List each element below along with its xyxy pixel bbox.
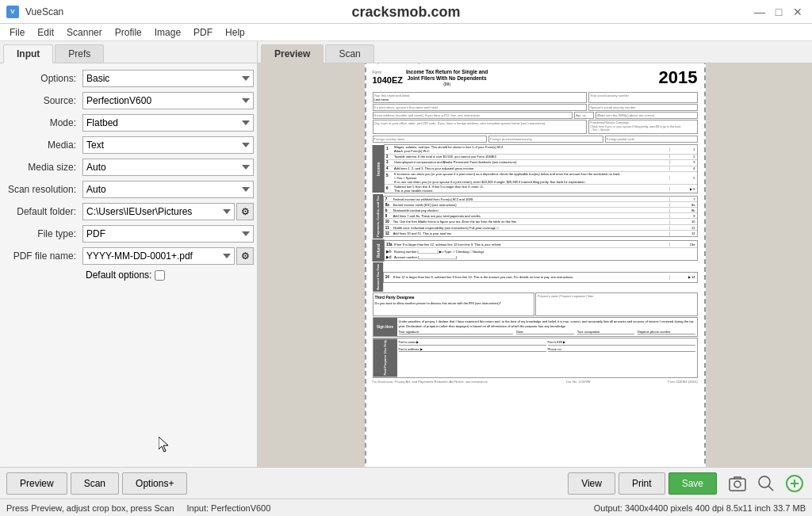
form-number: 1040EZ	[373, 75, 404, 86]
media-row: Media: Text	[3, 136, 254, 154]
preview-area: Department of the Treasury—Internal Reve…	[258, 63, 812, 467]
options-row: Options: Basic Advanced	[3, 70, 254, 87]
media-select[interactable]: Text	[82, 136, 254, 154]
title-bar: V VueScan cracksmob.com — □ ✕	[0, 0, 812, 24]
menu-image[interactable]: Image	[148, 25, 187, 40]
mode-select[interactable]: Flatbed	[82, 114, 254, 132]
title-controls: — □ ✕	[752, 4, 806, 20]
menu-help[interactable]: Help	[219, 25, 251, 40]
file-type-select[interactable]: PDF	[82, 225, 254, 243]
save-button[interactable]: Save	[668, 472, 717, 495]
print-button[interactable]: Print	[619, 472, 665, 495]
file-type-label: File type:	[3, 228, 82, 239]
main-content: Input Prefs Options: Basic Advanced Sour…	[0, 41, 812, 467]
default-folder-browse-button[interactable]: ⚙	[236, 203, 254, 220]
menu-profile[interactable]: Profile	[109, 25, 148, 40]
pdf-file-name-browse-button[interactable]: ⚙	[236, 247, 254, 265]
preparer-address-line: Firm's address ▶	[399, 347, 546, 352]
options-select[interactable]: Basic Advanced	[82, 70, 254, 87]
default-folder-group: C:\Users\IEUser\Pictures ⚙	[82, 203, 254, 220]
tax-year: 2015	[659, 67, 698, 90]
options-label: Options:	[3, 73, 82, 84]
form-subtitle: Joint Filers With No Dependents	[406, 75, 488, 82]
tax-form: Department of the Treasury—Internal Reve…	[370, 63, 701, 467]
refund-section-label: Refund	[373, 239, 385, 262]
income-section-label: Income	[373, 145, 385, 193]
camera-icon[interactable]	[726, 472, 749, 495]
source-row: Source: PerfectionV600	[3, 92, 254, 109]
tab-scan[interactable]: Scan	[325, 44, 373, 63]
tab-preview[interactable]: Preview	[261, 44, 324, 63]
city-label: City, town or post office, state, and ZI…	[374, 121, 586, 125]
preparer-header: Preparer's name | Preparer's signature |…	[538, 295, 695, 299]
scan-resolution-label: Scan resolution:	[3, 184, 82, 195]
source-select[interactable]: PerfectionV600	[82, 92, 254, 109]
file-type-row: File type: PDF	[3, 225, 254, 243]
scan-resolution-row: Scan resolution: Auto	[3, 181, 254, 198]
preparer-name-line: Firm's name ▶	[399, 340, 546, 345]
status-bar: Press Preview, adjust crop box, press Sc…	[0, 499, 812, 516]
title-bar-title: VueScan	[25, 6, 63, 17]
minimize-button[interactable]: —	[752, 4, 768, 20]
address-label: Home address (number and street). If you…	[374, 113, 572, 117]
form-footer-number: Form 1040EZ (2015)	[668, 380, 697, 384]
scan-resolution-select[interactable]: Auto	[82, 181, 254, 198]
svg-point-1	[734, 481, 741, 487]
menu-pdf[interactable]: PDF	[187, 25, 219, 40]
form-content: Options: Basic Advanced Source: Perfecti…	[0, 63, 257, 467]
form-omb: OMB No. 1345-0074	[661, 63, 698, 64]
menu-file[interactable]: File	[3, 25, 31, 40]
default-folder-label: Default folder:	[3, 206, 82, 217]
preview-button[interactable]: Preview	[6, 472, 67, 495]
panel-tabs: Input Prefs	[0, 41, 257, 63]
preview-tabs: Preview Scan	[258, 41, 812, 63]
preparer-phone-line: Phone no.	[548, 347, 695, 352]
amount-owe-section-label: Amount You Owe	[373, 262, 383, 292]
form-footer-catalog: Cat. No. 11329W	[566, 380, 591, 384]
add-icon[interactable]	[783, 472, 806, 495]
media-label: Media:	[3, 140, 82, 151]
form-year-label: (99)	[406, 82, 488, 87]
form-title: Income Tax Return for Single and	[406, 69, 488, 75]
payments-section-label: Payments, Credits, and Tax	[373, 194, 383, 239]
media-size-label: Media size:	[3, 162, 82, 173]
left-panel: Input Prefs Options: Basic Advanced Sour…	[0, 41, 258, 467]
pdf-file-name-row: PDF file name: YYYY-MM-DD-0001+.pdf ⚙	[3, 247, 254, 265]
menu-edit[interactable]: Edit	[31, 25, 60, 40]
occupation-line: Your occupation	[577, 330, 634, 334]
bottom-icons	[726, 472, 806, 495]
media-size-select[interactable]: Auto	[82, 159, 254, 176]
default-folder-select[interactable]: C:\Users\IEUser\Pictures	[82, 203, 235, 220]
preparer-ein-line: Firm's EIN ▶	[548, 340, 695, 345]
default-options-checkbox[interactable]	[155, 270, 165, 281]
sign-here-text: Under penalties of perjury, I declare th…	[399, 319, 695, 327]
watermark: cracksmob.com	[351, 4, 460, 21]
status-center: Input: PerfectionV600	[187, 503, 581, 513]
magnify-icon[interactable]	[755, 472, 777, 495]
menu-scanner[interactable]: Scanner	[60, 25, 109, 40]
default-folder-row: Default folder: C:\Users\IEUser\Pictures…	[3, 203, 254, 220]
tab-input[interactable]: Input	[3, 44, 53, 63]
svg-point-2	[759, 476, 770, 487]
ssn-label: Your social security number	[590, 94, 695, 97]
mode-row: Mode: Flatbed	[3, 114, 254, 132]
tab-prefs[interactable]: Prefs	[55, 44, 104, 63]
maximize-button[interactable]: □	[771, 4, 787, 20]
scan-button[interactable]: Scan	[71, 472, 119, 495]
status-right: Output: 3400x4400 pixels 400 dpi 8.5x11 …	[594, 503, 806, 513]
default-options-row: Default options:	[86, 269, 254, 281]
bottom-bar: Preview Scan Options+ View Print Save	[0, 467, 812, 499]
svg-line-3	[768, 486, 773, 491]
close-button[interactable]: ✕	[790, 4, 806, 20]
paid-preparer-label: Paid Preparer Use Only	[373, 338, 397, 376]
document-preview: Department of the Treasury—Internal Reve…	[365, 63, 706, 467]
source-label: Source:	[3, 95, 82, 106]
last-name-label: Last name	[374, 97, 586, 101]
view-button[interactable]: View	[568, 472, 615, 495]
pdf-file-name-select[interactable]: YYYY-MM-DD-0001+.pdf	[82, 247, 235, 265]
pdf-file-name-label: PDF file name:	[3, 250, 82, 262]
spouse-ssn-label: Spouse's social security number	[590, 105, 695, 109]
options-button[interactable]: Options+	[122, 472, 187, 495]
media-size-row: Media size: Auto	[3, 159, 254, 176]
form-footer-disclosure: For Disclosure, Privacy Act, and Paperwo…	[373, 380, 488, 384]
